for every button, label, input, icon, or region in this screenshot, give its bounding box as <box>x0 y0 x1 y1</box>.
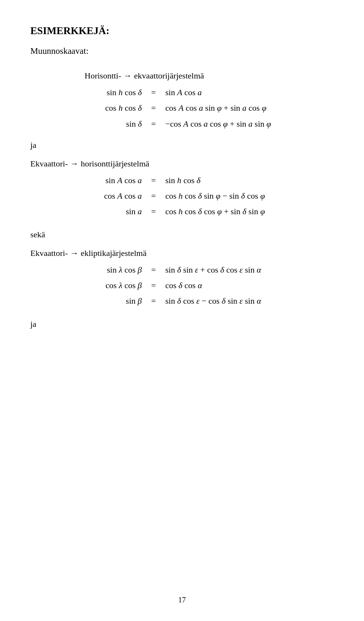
section2-heading: Ekvaattori- → horisonttijärjestelmä <box>30 157 334 170</box>
page-number: 17 <box>178 594 186 606</box>
ja2-text: ja <box>30 317 334 331</box>
table-row: sin A cos a = sin h cos δ <box>91 172 267 188</box>
section3-heading: Ekvaattori- → ekliptikajärjestelmä <box>30 246 334 260</box>
subtitle: Muunnoskaavat: <box>30 44 334 58</box>
seka-text: sekä <box>30 228 334 241</box>
section1-equations: sin h cos δ = sin A cos a cos h cos δ = … <box>91 85 273 132</box>
ja1-text: ja <box>30 138 334 152</box>
table-row: cos A cos a = cos h cos δ sin φ − sin δ … <box>91 188 267 204</box>
page-title: ESIMERKKEJÄ: <box>30 23 334 39</box>
section2-equations: sin A cos a = sin h cos δ cos A cos a = … <box>91 172 267 220</box>
table-row: sin a = cos h cos δ cos φ + sin δ sin φ <box>91 204 267 219</box>
table-row: cos λ cos β = cos δ cos α <box>91 278 264 293</box>
section3-equations: sin λ cos β = sin δ sin ε + cos δ cos ε … <box>91 262 264 309</box>
table-row: sin δ = −cos A cos a cos φ + sin a sin φ <box>91 116 273 132</box>
table-row: sin h cos δ = sin A cos a <box>91 85 273 100</box>
table-row: sin λ cos β = sin δ sin ε + cos δ cos ε … <box>91 262 264 278</box>
section1-heading: Horisontti- → ekvaattorijärjestelmä <box>30 69 334 82</box>
table-row: cos h cos δ = cos A cos a sin φ + sin a … <box>91 100 273 116</box>
table-row: sin β = sin δ cos ε − cos δ sin ε sin α <box>91 293 264 309</box>
